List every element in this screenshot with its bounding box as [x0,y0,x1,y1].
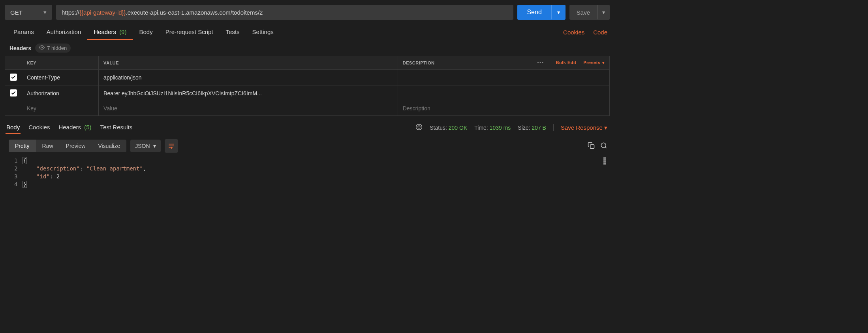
save-button[interactable]: Save ▾ [569,5,610,20]
chevron-down-icon: ▾ [153,143,156,149]
network-icon[interactable] [415,123,423,132]
line-gutter: 1 2 3 4 [5,157,23,188]
size-label: Size: [518,125,530,131]
status-value: 200 OK [449,125,467,131]
cell-description[interactable] [398,70,472,85]
body-lang-value: JSON [135,143,150,149]
eye-icon [39,45,45,51]
response-status: Status: 200 OK Time: 1039 ms Size: 207 B… [430,124,607,131]
table-row-empty: Key Value Description [5,101,610,116]
body-toolbar: Pretty Raw Preview Visualize JSON ▾ [5,137,610,155]
more-options-icon[interactable]: ••• [537,60,544,65]
col-description: DESCRIPTION [398,56,472,70]
body-tab-preview[interactable]: Preview [60,140,92,152]
table-row: Content-Type application/json [5,70,610,85]
body-toolbar-icons [588,142,607,150]
url-variable: {{api-gateway-id}} [79,9,126,16]
description-placeholder[interactable]: Description [398,101,472,116]
save-response-link[interactable]: Save Response ▾ [561,124,607,131]
tab-headers-count: (9) [119,28,126,35]
time-label: Time: [474,125,488,131]
body-view-tabs: Pretty Raw Preview Visualize [9,140,126,152]
cell-description[interactable] [398,85,472,101]
tab-body[interactable]: Body [133,25,159,40]
status-label: Status: [430,125,447,131]
svg-rect-4 [590,144,594,148]
row-checkbox[interactable] [10,89,17,96]
cell-key[interactable]: Content-Type [22,70,99,85]
chevron-down-icon: ▾ [604,124,607,131]
minimap[interactable] [603,157,606,165]
col-value: VALUE [99,56,398,70]
request-row: GET ▾ https://{{api-gateway-id}}.execute… [5,5,610,20]
svg-point-0 [41,47,43,48]
table-row: Authorization Bearer eyJhbGciOiJSUzI1NiI… [5,85,610,101]
tab-headers-label: Headers [94,28,116,35]
send-dropdown-icon[interactable]: ▾ [551,5,566,19]
hidden-headers-toggle[interactable]: 7 hidden [35,44,71,53]
http-method-select[interactable]: GET ▾ [5,5,52,20]
hidden-headers-label: 7 hidden [47,45,67,51]
size-value: 207 B [532,125,546,131]
save-dropdown-icon[interactable]: ▾ [597,5,610,19]
bulk-edit-link[interactable]: Bulk Edit [556,60,577,65]
presets-label: Presets [583,60,600,65]
request-tabs: Params Authorization Headers (9) Body Pr… [5,25,610,40]
response-tab-cookies[interactable]: Cookies [28,121,51,134]
tab-params[interactable]: Params [7,25,40,40]
wrap-lines-button[interactable] [165,139,178,153]
col-key: KEY [22,56,99,70]
cell-key[interactable]: Authorization [22,85,99,101]
cell-value[interactable]: Bearer eyJhbGciOiJSUzI1NiIsInR5cCI6IkpXV… [99,85,398,101]
tab-settings[interactable]: Settings [246,25,280,40]
url-input[interactable]: https://{{api-gateway-id}}.execute-api.u… [56,5,513,20]
response-tab-headers-count: (5) [84,124,91,131]
headers-subheader: Headers 7 hidden [5,40,610,56]
headers-table: KEY VALUE DESCRIPTION ••• Bulk Edit Pres… [5,56,610,116]
save-button-label: Save [569,5,597,20]
response-tab-body[interactable]: Body [6,121,21,134]
tab-authorization[interactable]: Authorization [40,25,88,40]
send-button-label: Send [517,5,551,20]
response-bar: Body Cookies Headers (5) Test Results St… [5,116,610,137]
key-placeholder[interactable]: Key [22,101,99,116]
chevron-down-icon: ▾ [43,9,47,16]
copy-icon[interactable] [588,142,595,150]
value-placeholder[interactable]: Value [99,101,398,116]
cell-value[interactable]: application/json [99,70,398,85]
send-button[interactable]: Send ▾ [517,5,565,20]
response-body-code[interactable]: 1 2 3 4 { "description": "Clean apartmen… [5,155,610,196]
cookies-link[interactable]: Cookies [563,29,584,36]
http-method-value: GET [10,9,23,16]
time-value: 1039 ms [490,125,511,131]
svg-point-5 [601,143,606,148]
code-lines: { "description": "Clean apartment", "id"… [23,157,146,188]
body-tab-raw[interactable]: Raw [36,140,60,152]
url-suffix: .execute-api.us-east-1.amazonaws.com/tod… [126,9,263,16]
url-prefix: https:// [62,9,79,16]
body-lang-select[interactable]: JSON ▾ [130,140,160,152]
tab-prerequest[interactable]: Pre-request Script [159,25,220,40]
response-tab-headers[interactable]: Headers (5) [58,121,92,134]
body-tab-visualize[interactable]: Visualize [92,140,126,152]
tab-headers[interactable]: Headers (9) [87,25,133,40]
body-tab-pretty[interactable]: Pretty [9,140,36,152]
headers-title: Headers [9,45,31,51]
code-link[interactable]: Code [593,29,607,36]
request-tabs-right: Cookies Code [556,29,607,36]
response-tab-headers-label: Headers [58,124,81,131]
row-checkbox[interactable] [10,74,17,81]
presets-link[interactable]: Presets▾ [583,60,605,65]
response-tab-testresults[interactable]: Test Results [100,121,133,134]
tab-tests[interactable]: Tests [220,25,246,40]
svg-line-6 [605,147,606,148]
search-icon[interactable] [600,142,607,150]
save-response-label: Save Response [561,124,603,131]
chevron-down-icon: ▾ [602,60,605,65]
